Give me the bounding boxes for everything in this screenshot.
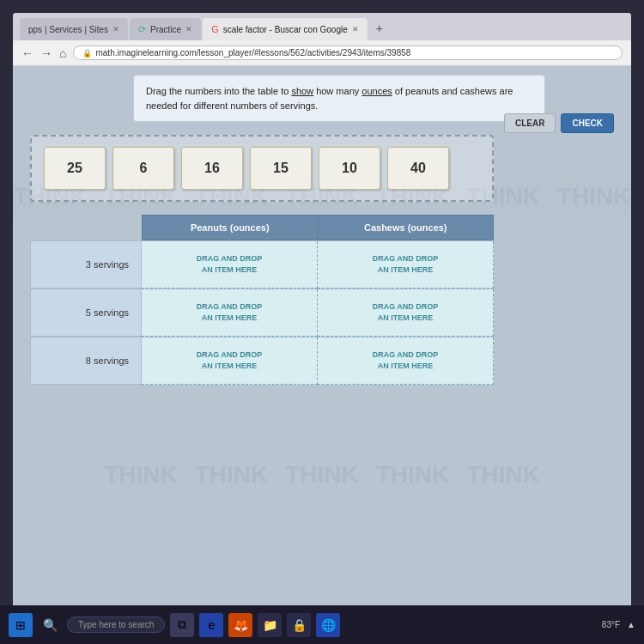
tab-3-close[interactable]: ✕: [352, 25, 359, 33]
col2-header: Cashews (ounces): [319, 215, 495, 240]
drop-cell-8-cashews[interactable]: DRAG AND DROPAN ITEM HERE: [318, 337, 494, 385]
url-box[interactable]: 🔒 math.imaginelearning.com/lesson_player…: [73, 46, 623, 60]
tab-1[interactable]: pps | Services | Sites ✕: [20, 18, 128, 40]
task-view-button[interactable]: ⧉: [170, 613, 194, 637]
tab-2-close[interactable]: ✕: [185, 25, 192, 33]
drop-cell-5-cashews[interactable]: DRAG AND DROPAN ITEM HERE: [318, 289, 494, 337]
drop-cell-3-cashews[interactable]: DRAG AND DROPAN ITEM HERE: [318, 241, 494, 289]
temperature-display: 83°F: [602, 620, 620, 629]
drop-cell-3-peanuts[interactable]: DRAG AND DROPAN ITEM HERE: [142, 241, 318, 289]
tab-3-label: scale factor - Buscar con Google: [223, 25, 348, 34]
windows-button[interactable]: ⊞: [9, 613, 33, 637]
home-button[interactable]: ⌂: [59, 46, 66, 60]
tab-2[interactable]: ⟳ Practice ✕: [130, 18, 201, 40]
folder-icon[interactable]: 📁: [258, 613, 282, 637]
drop-cell-8-peanuts[interactable]: DRAG AND DROPAN ITEM HERE: [142, 337, 318, 385]
browser-icon[interactable]: 🌐: [316, 613, 340, 637]
edge-icon[interactable]: e: [199, 613, 223, 637]
search-icon-taskbar[interactable]: 🔍: [38, 613, 62, 637]
row-label-5: 5 servings: [30, 289, 142, 337]
drop-cell-5-peanuts[interactable]: DRAG AND DROPAN ITEM HERE: [142, 289, 318, 337]
instruction-text: Drag the numbers into the table to show …: [146, 86, 513, 111]
instruction-box: Drag the numbers into the table to show …: [133, 75, 545, 122]
tab-3[interactable]: G scale factor - Buscar con Google ✕: [203, 18, 368, 40]
tab-bar: pps | Services | Sites ✕ ⟳ Practice ✕ G …: [13, 13, 631, 40]
taskbar-search[interactable]: Type here to search: [67, 617, 165, 633]
table-header: Peanuts (ounces) Cashews (ounces): [142, 215, 494, 240]
row-label-8: 8 servings: [30, 337, 142, 385]
tile-40[interactable]: 40: [387, 147, 449, 190]
tab-1-label: pps | Services | Sites: [28, 25, 108, 34]
tab-1-close[interactable]: ✕: [112, 25, 119, 33]
tile-6[interactable]: 6: [112, 147, 174, 190]
table-container: Peanuts (ounces) Cashews (ounces) 3 serv…: [30, 215, 494, 385]
taskbar: ⊞ 🔍 Type here to search ⧉ e 🦊 📁 🔒 🌐 83°F…: [0, 605, 644, 644]
tiles-row: 25 6 16 15 10 40: [30, 135, 494, 202]
forward-button[interactable]: →: [40, 46, 52, 60]
taskbar-search-placeholder: Type here to search: [78, 620, 154, 629]
row-label-3: 3 servings: [30, 241, 142, 289]
tile-15[interactable]: 15: [250, 147, 312, 190]
monitor: pps | Services | Sites ✕ ⟳ Practice ✕ G …: [0, 0, 644, 644]
back-button[interactable]: ←: [21, 46, 33, 60]
tile-16[interactable]: 16: [181, 147, 243, 190]
lock-taskbar-icon[interactable]: 🔒: [287, 613, 311, 637]
taskbar-clock: ▲: [627, 620, 635, 629]
table-row-5servings: 5 servings DRAG AND DROPAN ITEM HERE DRA…: [30, 289, 494, 337]
check-button[interactable]: CHECK: [561, 113, 614, 133]
clear-button[interactable]: CLEAR: [504, 113, 556, 133]
action-buttons: CLEAR CHECK: [504, 113, 614, 133]
browser-window: pps | Services | Sites ✕ ⟳ Practice ✕ G …: [13, 13, 631, 605]
tile-10[interactable]: 10: [319, 147, 380, 190]
new-tab-button[interactable]: +: [369, 18, 390, 39]
lock-icon: 🔒: [82, 49, 92, 58]
table-row-8servings: 8 servings DRAG AND DROPAN ITEM HERE DRA…: [30, 337, 494, 385]
tab-2-icon: ⟳: [138, 24, 146, 35]
taskbar-right: 83°F ▲: [602, 620, 635, 629]
tile-25[interactable]: 25: [44, 147, 106, 190]
address-bar: ← → ⌂ 🔒 math.imaginelearning.com/lesson_…: [13, 40, 631, 66]
table-row-3servings: 3 servings DRAG AND DROPAN ITEM HERE DRA…: [30, 240, 494, 289]
url-text: math.imaginelearning.com/lesson_player/#…: [95, 48, 410, 58]
tab-2-label: Practice: [150, 25, 181, 34]
tab-3-icon: G: [211, 24, 219, 34]
content-area: THINKTHINKTHINK THINKTHINKTHINK THINKTHI…: [13, 66, 631, 605]
firefox-icon[interactable]: 🦊: [228, 613, 252, 637]
col1-header: Peanuts (ounces): [142, 215, 319, 240]
